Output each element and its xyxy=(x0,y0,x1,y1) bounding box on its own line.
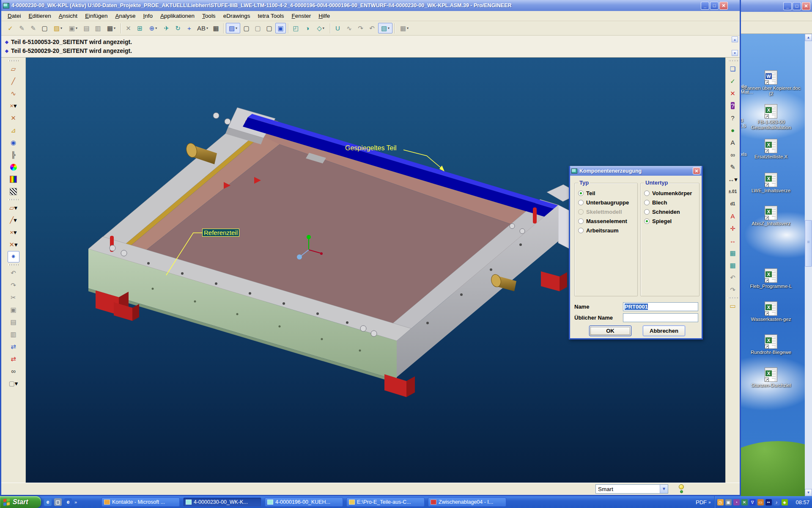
taskbar-button[interactable]: 4-0000230-00_WK-K... xyxy=(183,497,261,507)
chevron-down-icon[interactable]: ▾ xyxy=(60,26,62,30)
radio-icon[interactable] xyxy=(644,209,650,215)
tray-chevron[interactable]: » xyxy=(708,500,711,505)
shaded-button[interactable]: ▣ xyxy=(275,23,286,33)
bg-minimize-button[interactable]: _ xyxy=(783,2,792,10)
display-settings-tray-icon[interactable]: ▭ xyxy=(757,499,764,505)
axis-display-button[interactable]: ╱▾ xyxy=(8,214,19,226)
dialog-titlebar[interactable]: Komponentenerzeugung ✕ xyxy=(570,166,702,176)
find-button[interactable]: ∞ xyxy=(8,365,19,377)
plane-display-button[interactable]: ▱▾ xyxy=(8,202,19,213)
replace-button[interactable]: ⇄ xyxy=(8,341,19,352)
chevron-down-icon[interactable]: ▾ xyxy=(76,26,77,30)
chevron-down-icon[interactable]: ▾ xyxy=(155,26,157,30)
no-hidden-button[interactable]: ▢ xyxy=(264,23,274,33)
menu-fenster[interactable]: Fenster xyxy=(288,11,315,20)
minimize-button[interactable]: _ xyxy=(701,2,709,10)
grid-button[interactable]: ▦▾ xyxy=(397,23,411,33)
new-file-button[interactable]: ▢ xyxy=(39,23,50,33)
select-box-button[interactable]: ▢▾ xyxy=(8,378,19,389)
desktop-icon[interactable]: X↗AbisZ_Inhaltsverz xyxy=(739,206,803,226)
move-free-button[interactable]: ✛ xyxy=(727,223,739,234)
shade-sel-button[interactable]: ▨▾ xyxy=(226,23,240,33)
chevron-down-icon[interactable]: ▾ xyxy=(14,229,17,236)
snapshot-button[interactable]: ▦ xyxy=(211,23,221,33)
volume-tray-icon[interactable]: ♪ xyxy=(774,499,780,505)
radio-icon[interactable] xyxy=(644,200,650,205)
scrollbar-thumb[interactable] xyxy=(805,220,812,267)
menu-tools[interactable]: Tools xyxy=(198,11,219,20)
help-button[interactable]: ? xyxy=(727,100,739,111)
chevron-down-icon[interactable]: ▾ xyxy=(236,26,237,30)
dim-value-button[interactable]: d1 xyxy=(727,198,739,210)
menu-analyse[interactable]: Analyse xyxy=(111,11,139,20)
menu-editieren[interactable]: Editieren xyxy=(25,11,55,20)
wireframe-button[interactable]: ▢ xyxy=(241,23,252,33)
outlook-reminder-tray-icon[interactable]: ◷ xyxy=(717,499,724,505)
radio-untertyp-volumenkörper[interactable]: Volumenkörper xyxy=(644,190,699,197)
model-tree-button[interactable]: ╠ xyxy=(8,149,19,160)
menu-einfügen[interactable]: Einfügen xyxy=(81,11,111,20)
open-file-button[interactable]: ▨▾ xyxy=(51,23,65,33)
bg-window-scrollbar[interactable]: ▲ ▼ xyxy=(805,34,812,496)
chevron-down-icon[interactable]: ▾ xyxy=(14,216,17,224)
window-activate-button[interactable]: ✓ xyxy=(727,75,739,87)
radio-icon[interactable] xyxy=(578,218,584,224)
cancel-button[interactable]: Abbrechen xyxy=(643,326,685,336)
desktop-icon[interactable]: X↗LWE_Inhaltsverze xyxy=(739,173,803,193)
radio-untertyp-blech[interactable]: Blech xyxy=(644,199,699,206)
component-button[interactable]: ⊞ xyxy=(134,23,145,33)
zoom-button[interactable]: ⊕▾ xyxy=(146,23,160,33)
fly-button[interactable]: ✈ xyxy=(161,23,172,33)
message-scrollbar[interactable]: ▲ ▼ xyxy=(732,36,738,57)
datum-display-button[interactable]: ▦ xyxy=(727,260,739,271)
menu-applikationen[interactable]: Applikationen xyxy=(156,11,198,20)
chevron-down-icon[interactable]: ▼ xyxy=(660,485,668,493)
dim-text-button[interactable]: A xyxy=(727,210,739,222)
taskbar-button[interactable]: 4-0000196-00_KUEH... xyxy=(265,497,343,507)
radio-icon[interactable] xyxy=(578,190,584,196)
pdf-toolbar-label[interactable]: PDF xyxy=(696,499,707,505)
msg-scroll-up[interactable]: ▲ xyxy=(732,36,738,42)
quicklaunch-more-chevron[interactable]: » xyxy=(74,500,77,505)
notes-button[interactable]: ✎ xyxy=(727,161,739,173)
chevron-down-icon[interactable]: ▾ xyxy=(14,204,18,212)
menu-hilfe[interactable]: Hilfe xyxy=(315,11,334,20)
spin-center-button[interactable]: ◉ xyxy=(8,137,19,148)
taskbar-button[interactable]: Kontakte - Microsoft ... xyxy=(102,497,180,507)
print-button[interactable]: ▦▾ xyxy=(104,23,118,33)
bg-close-button[interactable]: ✕ xyxy=(802,2,810,10)
radio-icon[interactable] xyxy=(644,218,650,224)
desktop-icon[interactable]: X↗FB-1-083-00 Gesamtkalkulation xyxy=(739,104,803,130)
ruler-button[interactable]: ↔▾ xyxy=(727,174,739,185)
color-wheel-button[interactable] xyxy=(8,161,19,173)
scheduler-tray-icon[interactable]: ◔ xyxy=(733,499,740,505)
background-window-titlebar[interactable]: _ □ ✕ xyxy=(736,0,812,12)
radio-icon[interactable] xyxy=(578,200,584,205)
appearance-button[interactable] xyxy=(8,174,19,185)
set-workdir-button[interactable]: ✓ xyxy=(5,23,16,33)
session-find-button[interactable]: ∞ xyxy=(727,149,739,160)
datum-line-button[interactable]: ╱ xyxy=(8,75,19,87)
chevron-down-icon[interactable]: ▾ xyxy=(734,176,738,183)
window-close-button[interactable]: ✕ xyxy=(727,88,739,99)
spin-button[interactable]: ↻ xyxy=(173,23,183,33)
datum-curve-button[interactable]: ∿ xyxy=(8,88,19,99)
sketch-u-button[interactable]: U xyxy=(332,23,343,33)
camera-agent-tray-icon[interactable]: ▣ xyxy=(725,499,732,505)
replace-red-button[interactable]: ⇄ xyxy=(8,353,19,364)
chevron-down-icon[interactable]: ▾ xyxy=(206,26,208,30)
keyboard-button[interactable]: A xyxy=(727,137,739,148)
taskbar-button[interactable]: Zwischenablage04 - I... xyxy=(428,497,506,507)
name-input[interactable]: PRT0001 xyxy=(623,302,698,311)
menu-datei[interactable]: Datei xyxy=(4,11,25,20)
dialog-close-button[interactable]: ✕ xyxy=(693,167,700,174)
ok-button[interactable]: OK xyxy=(589,326,631,336)
datum-csys-button[interactable]: ✕ xyxy=(8,112,19,124)
selection-filter-combo[interactable]: Smart ▼ xyxy=(595,484,668,494)
sketch-plane-button[interactable]: ▱ xyxy=(8,63,19,75)
desktop-icon[interactable]: X↗Ersatzteilliste.X xyxy=(739,139,803,160)
context-help-button[interactable]: ? xyxy=(727,112,739,124)
hidden-line-button[interactable]: ▢ xyxy=(252,23,263,33)
csys-display-button[interactable]: ✕▾ xyxy=(8,239,19,250)
radio-typ-unterbaugruppe[interactable]: Unterbaugruppe xyxy=(578,199,637,206)
